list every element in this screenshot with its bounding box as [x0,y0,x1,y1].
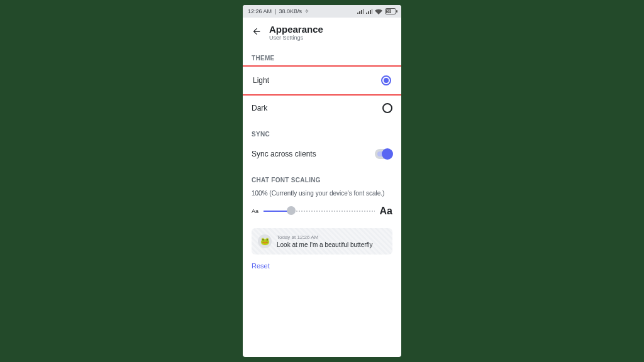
reset-button[interactable]: Reset [243,260,401,272]
theme-light-label: Light [253,76,269,85]
avatar: 🐸 [258,234,272,248]
sync-label: Sync across clients [252,150,316,158]
font-marker-small: Aa [252,208,258,214]
font-scale-slider[interactable] [264,207,375,215]
sync-row[interactable]: Sync across clients [243,141,401,167]
mute-icon: ✧ [303,8,310,14]
font-marker-large: Aa [380,206,392,217]
section-theme-label: THEME [243,45,401,65]
page-header: Appearance User Settings [243,18,401,45]
theme-option-light[interactable]: Light [243,65,401,96]
status-separator: | [273,8,277,14]
battery-percent: 53 [386,9,391,13]
radio-selected-icon [381,75,391,85]
section-font-label: CHAT FONT SCALING [243,167,401,187]
slider-thumb[interactable] [287,206,296,215]
status-net-speed: 38.0KB/s [279,8,302,14]
signal-icon-1 [357,9,364,14]
preview-message: Look at me I'm a beautiful butterfly [277,241,373,248]
wifi-icon [375,9,382,14]
page-title: Appearance [269,24,323,35]
preview-timestamp: Today at 12:26 AM [277,234,373,240]
theme-dark-label: Dark [252,104,267,112]
status-time: 12:26 AM [248,8,272,14]
sync-toggle[interactable] [375,149,392,159]
font-scale-info: 100% (Currently using your device's font… [243,187,401,203]
battery-icon: 53 [385,8,396,14]
chat-preview: 🐸 Today at 12:26 AM Look at me I'm a bea… [252,228,392,255]
phone-frame: 12:26 AM | 38.0KB/s ✧ 53 Appearance User… [243,5,401,357]
signal-icon-2 [366,9,372,14]
status-bar: 12:26 AM | 38.0KB/s ✧ 53 [243,5,401,18]
font-slider-row: Aa Aa [243,203,401,224]
section-sync-label: SYNC [243,121,401,141]
back-button[interactable] [252,26,262,39]
radio-unselected-icon [382,103,392,113]
theme-option-dark[interactable]: Dark [243,96,401,121]
page-subtitle: User Settings [269,35,323,41]
